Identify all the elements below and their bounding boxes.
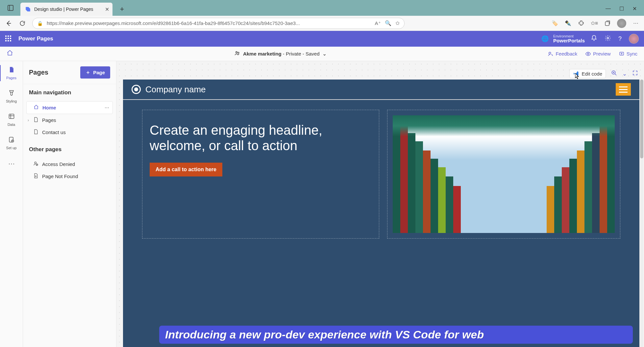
nav-not-found-label: Page Not Found xyxy=(42,174,78,179)
svg-rect-3 xyxy=(605,22,609,26)
pages-icon xyxy=(8,66,15,75)
hero-text-column[interactable]: Create an engaging headline, welcome, or… xyxy=(142,110,379,239)
url-bar[interactable]: 🔒 https://make.preview.powerpages.micros… xyxy=(32,18,405,29)
page-preview[interactable]: Company name Create an engaging headline… xyxy=(123,80,639,347)
browser-navbar: 🔒 https://make.preview.powerpages.micros… xyxy=(0,16,644,31)
svg-point-16 xyxy=(35,162,36,164)
sync-button[interactable]: Sync xyxy=(619,51,637,57)
hero-image-column[interactable] xyxy=(387,110,620,239)
preview-button[interactable]: Preview xyxy=(585,51,610,57)
svg-rect-0 xyxy=(8,5,13,11)
window-controls: — ☐ ✕ xyxy=(606,6,640,12)
svg-point-4 xyxy=(607,37,608,39)
promo-banner: Introducing a new pro-dev experience wit… xyxy=(159,326,633,344)
hero-headline[interactable]: Create an engaging headline, welcome, or… xyxy=(150,123,372,153)
rail-styling[interactable]: Styling xyxy=(0,88,23,104)
nav-pages-label: Pages xyxy=(42,117,56,123)
company-name[interactable]: Company name xyxy=(145,84,206,95)
page-icon xyxy=(33,129,39,135)
other-pages-tree: Access Denied Page Not Found xyxy=(23,156,116,187)
home-page-icon xyxy=(33,104,39,111)
preview-site-header: Company name xyxy=(123,80,639,100)
scrollbar-thumb[interactable] xyxy=(640,80,643,158)
nav-item-contact[interactable]: Contact us xyxy=(26,126,113,138)
reading-mode-icon[interactable]: A⁺ xyxy=(375,20,381,26)
window-minimize-icon[interactable]: — xyxy=(606,6,611,12)
nav-item-not-found[interactable]: Page Not Found xyxy=(26,170,113,182)
more-icon: ⋯ xyxy=(8,160,15,168)
add-page-label: Page xyxy=(93,70,105,75)
hamburger-menu-icon[interactable] xyxy=(616,83,631,96)
browser-tab[interactable]: Design studio | Power Pages ✕ xyxy=(20,3,112,16)
nav-refresh-icon[interactable] xyxy=(18,19,26,27)
tab-close-icon[interactable]: ✕ xyxy=(105,6,109,12)
zoom-icon[interactable]: 🔍 xyxy=(385,20,391,26)
svg-line-18 xyxy=(36,164,37,165)
window-close-icon[interactable]: ✕ xyxy=(632,6,637,12)
help-icon[interactable]: ? xyxy=(618,35,622,42)
add-page-button[interactable]: ＋ Page xyxy=(80,66,110,79)
data-icon xyxy=(8,113,15,121)
home-icon[interactable] xyxy=(7,50,13,58)
notifications-icon[interactable] xyxy=(591,35,597,43)
lock-icon: 🔒 xyxy=(37,21,43,26)
nav-home-label: Home xyxy=(42,105,56,110)
favorites-list-icon[interactable]: ✩≡ xyxy=(591,20,598,27)
environment-label: Environment xyxy=(553,34,585,38)
containers-illustration xyxy=(393,115,615,233)
access-denied-icon xyxy=(33,161,39,167)
rail-setup-label: Set up xyxy=(6,146,17,150)
tab-manager-icon[interactable] xyxy=(4,1,17,14)
edit-code-label: Edit code xyxy=(582,71,602,77)
nav-item-access-denied[interactable]: Access Denied xyxy=(26,158,113,170)
zoom-in-icon[interactable] xyxy=(611,70,617,78)
rail-setup[interactable]: Set up xyxy=(0,135,23,151)
powerpages-favicon-icon xyxy=(25,6,31,12)
people-icon xyxy=(235,50,240,58)
tab-title: Design studio | Power Pages xyxy=(34,7,93,12)
environment-picker[interactable]: Environment PowerPortals xyxy=(553,34,585,44)
chevron-down-icon[interactable]: ⌄ xyxy=(622,70,627,77)
new-tab-button[interactable]: + xyxy=(116,4,128,15)
window-maximize-icon[interactable]: ☐ xyxy=(619,6,624,12)
pages-panel: Pages ＋ Page Main navigation Home ⋯ › xyxy=(23,61,116,347)
collections-icon[interactable] xyxy=(604,20,611,27)
fullscreen-icon[interactable] xyxy=(632,70,638,78)
rail-styling-label: Styling xyxy=(6,99,17,103)
nav-item-home[interactable]: Home ⋯ xyxy=(26,101,113,114)
main-nav-tree: Home ⋯ › Pages Contact us xyxy=(23,99,116,143)
canvas-scrollbar[interactable] xyxy=(640,80,643,347)
nav-item-more-icon[interactable]: ⋯ xyxy=(105,105,109,110)
feedback-button[interactable]: Feedback xyxy=(548,51,577,57)
rail-data[interactable]: Data xyxy=(0,112,23,128)
hero-image xyxy=(393,115,615,233)
app-launcher-icon[interactable] xyxy=(5,35,12,42)
nav-item-pages[interactable]: › Pages xyxy=(26,114,113,126)
pen-icon[interactable]: ✒️ xyxy=(564,20,572,27)
user-avatar[interactable] xyxy=(629,34,639,44)
favorite-icon[interactable]: ✩ xyxy=(395,20,400,26)
setup-icon xyxy=(8,136,15,145)
rail-pages[interactable]: Pages xyxy=(0,65,22,81)
site-selector[interactable]: Akme marketing - Private - Saved ⌄ xyxy=(235,50,327,58)
environment-name: PowerPortals xyxy=(553,38,585,44)
chevron-right-icon[interactable]: › xyxy=(28,118,29,123)
nav-back-icon[interactable] xyxy=(5,19,12,27)
rail-more[interactable]: ⋯ xyxy=(0,158,23,169)
banner-text: Introducing a new pro-dev experience wit… xyxy=(165,328,484,341)
site-status: - Private - Saved xyxy=(282,51,320,57)
command-bar: Akme marketing - Private - Saved ⌄ Feedb… xyxy=(0,47,644,61)
environment-icon: 🌐 xyxy=(541,35,549,42)
cta-button[interactable]: Add a call to action here xyxy=(150,163,222,176)
browser-profile-avatar[interactable] xyxy=(617,19,626,28)
shopping-icon[interactable]: 🏷️ xyxy=(551,20,558,27)
browser-more-icon[interactable]: ⋯ xyxy=(632,20,639,27)
extensions-icon[interactable] xyxy=(578,20,585,27)
settings-icon[interactable] xyxy=(605,35,611,43)
svg-point-8 xyxy=(587,53,589,55)
panel-title: Pages xyxy=(29,69,48,76)
plus-icon: ＋ xyxy=(86,69,90,76)
styling-icon xyxy=(8,90,15,98)
rail-pages-label: Pages xyxy=(6,76,16,80)
product-name[interactable]: Power Pages xyxy=(18,35,53,42)
